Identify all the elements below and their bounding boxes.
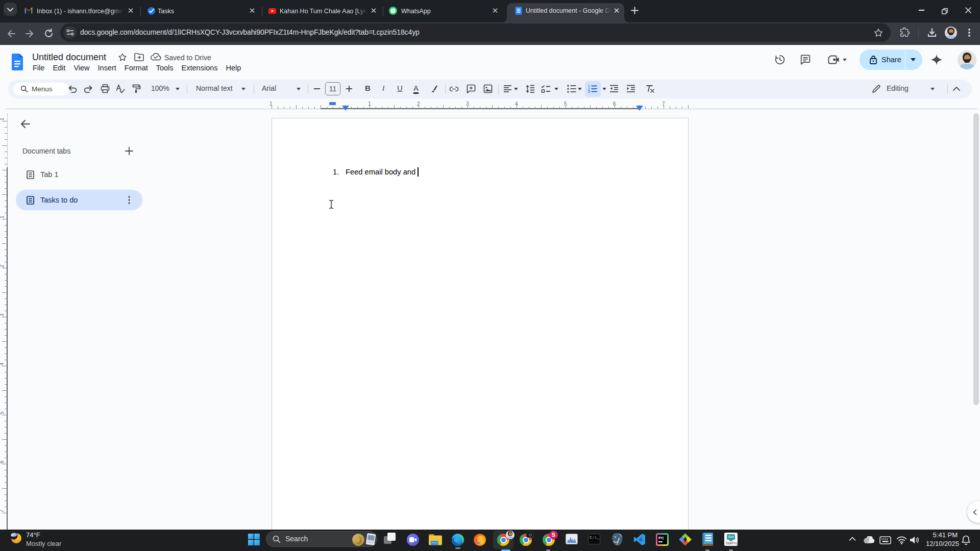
svg-text:3: 3 (588, 90, 590, 93)
